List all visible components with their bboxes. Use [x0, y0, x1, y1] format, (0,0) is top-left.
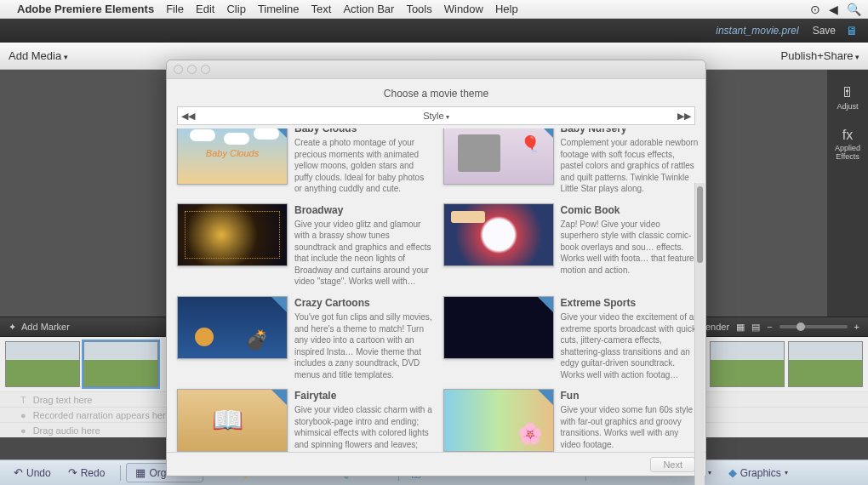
- undo-icon: ↶: [14, 466, 23, 479]
- theme-desc: Give your video some fun 60s style with …: [561, 404, 700, 450]
- undo-button[interactable]: ↶Undo: [7, 464, 58, 482]
- minimize-icon[interactable]: [187, 65, 197, 74]
- next-arrow-icon[interactable]: ▶▶: [677, 111, 691, 122]
- new-badge-icon: [271, 390, 287, 405]
- mac-menubar: Adobe Premiere Elements File Edit Clip T…: [0, 0, 868, 19]
- menu-text[interactable]: Text: [311, 3, 332, 15]
- spotlight-icon[interactable]: 🔍: [847, 3, 861, 16]
- zoom-slider[interactable]: [779, 325, 848, 328]
- new-badge-icon: [538, 128, 553, 138]
- dialog-titlebar[interactable]: [167, 60, 705, 79]
- theme-card-fairytale[interactable]: FairytaleGive your video classic charm w…: [177, 389, 433, 452]
- theme-thumb: [443, 203, 554, 266]
- menu-clip[interactable]: Clip: [226, 3, 245, 15]
- adjust-panel-button[interactable]: 🎚 Adjust: [837, 85, 858, 111]
- menu-edit[interactable]: Edit: [196, 3, 214, 15]
- theme-card-baby-clouds[interactable]: Baby Clouds Baby CloudsCreate a photo mo…: [177, 128, 433, 195]
- menu-tools[interactable]: Tools: [406, 3, 431, 15]
- theme-desc: Give your video classic charm with a sto…: [294, 404, 433, 452]
- movie-theme-dialog: Choose a movie theme ◀◀ Style ▶▶ Baby Cl…: [166, 60, 706, 476]
- dialog-body[interactable]: Baby Clouds Baby CloudsCreate a photo mo…: [167, 128, 705, 452]
- grid-icon: ▦: [135, 466, 146, 479]
- theme-thumb: [177, 296, 288, 359]
- graphics-icon: ◆: [728, 466, 737, 479]
- theme-card-baby-nursery[interactable]: Baby NurseryComplement your adorable new…: [443, 128, 700, 195]
- sliders-icon: 🎚: [841, 85, 854, 100]
- clip-thumb[interactable]: [788, 341, 863, 387]
- effects-panel-button[interactable]: fx Applied Effects: [827, 128, 868, 162]
- prev-arrow-icon[interactable]: ◀◀: [181, 111, 195, 122]
- side-panel: 🎚 Adjust fx Applied Effects: [827, 70, 868, 317]
- new-badge-icon: [271, 297, 287, 312]
- add-media-button[interactable]: Add Media: [9, 49, 68, 62]
- dialog-footer: Next: [167, 452, 705, 476]
- fx-icon: fx: [842, 128, 853, 143]
- theme-desc: Create a photo montage of your precious …: [294, 137, 433, 195]
- menu-file[interactable]: File: [166, 3, 184, 15]
- menu-window[interactable]: Window: [444, 3, 483, 15]
- graphics-button[interactable]: ◆Graphics▾: [722, 464, 795, 482]
- publish-share-button[interactable]: Publish+Share: [781, 49, 859, 62]
- theme-title: Fun: [561, 389, 700, 402]
- redo-icon: ↷: [68, 466, 77, 479]
- project-name: instant_movie.prel: [716, 25, 798, 37]
- dialog-scrollbar[interactable]: [694, 183, 705, 485]
- menubar-right: ⊙ ◀ 🔍: [810, 3, 861, 16]
- theme-thumb: [443, 128, 554, 185]
- zoom-out-icon[interactable]: −: [767, 322, 772, 332]
- close-icon[interactable]: [174, 65, 183, 74]
- menu-help[interactable]: Help: [495, 3, 518, 15]
- plus-icon: ✦: [9, 322, 16, 333]
- theme-thumb: [443, 296, 554, 359]
- theme-card-crazy-cartoons[interactable]: Crazy CartoonsYou've got fun clips and s…: [177, 296, 433, 380]
- theme-desc: Zap! Pow! Give your video superhero styl…: [561, 219, 700, 277]
- theme-title: Fairytale: [294, 389, 433, 402]
- theme-title: Baby Clouds: [294, 128, 433, 135]
- new-badge-icon: [271, 128, 287, 138]
- dialog-filter-bar: ◀◀ Style ▶▶: [177, 106, 695, 125]
- theme-desc: Give your video the excitement of an ext…: [561, 311, 700, 380]
- theme-title: Extreme Sports: [561, 296, 700, 310]
- redo-button[interactable]: ↷Redo: [61, 464, 112, 482]
- clip-thumb[interactable]: [5, 341, 80, 387]
- dialog-title: Choose a movie theme: [167, 79, 705, 106]
- theme-thumb: [177, 203, 288, 266]
- theme-card-extreme-sports[interactable]: Extreme SportsGive your video the excite…: [443, 296, 700, 380]
- zoom-in-icon[interactable]: +: [854, 322, 859, 332]
- app-name[interactable]: Adobe Premiere Elements: [17, 3, 154, 15]
- fullscreen-icon[interactable]: 🖥: [846, 24, 858, 37]
- theme-card-broadway[interactable]: BroadwayGive your video glitz and glamou…: [177, 203, 433, 288]
- style-dropdown[interactable]: Style: [423, 111, 449, 121]
- theme-card-comic-book[interactable]: Comic BookZap! Pow! Give your video supe…: [443, 203, 700, 288]
- add-marker-button[interactable]: Add Marker: [21, 322, 70, 332]
- adjust-label: Adjust: [837, 102, 858, 111]
- theme-title: Baby Nursery: [561, 128, 700, 135]
- view-icon-1[interactable]: ▦: [736, 322, 745, 333]
- clip-thumb[interactable]: [83, 341, 158, 387]
- theme-title: Comic Book: [561, 203, 700, 217]
- theme-card-fun[interactable]: FunGive your video some fun 60s style wi…: [443, 389, 700, 452]
- theme-thumb: Baby Clouds: [177, 128, 288, 185]
- app-titlebar: instant_movie.prel Save 🖥: [0, 19, 868, 43]
- next-button[interactable]: Next: [650, 457, 695, 472]
- new-badge-icon: [538, 390, 553, 405]
- menu-action-bar[interactable]: Action Bar: [343, 3, 394, 15]
- theme-thumb: [177, 389, 288, 452]
- volume-icon[interactable]: ◀: [829, 3, 838, 16]
- save-button[interactable]: Save: [813, 25, 836, 37]
- theme-title: Crazy Cartoons: [294, 296, 433, 310]
- clip-thumb[interactable]: [710, 341, 785, 387]
- zoom-icon[interactable]: [201, 65, 210, 74]
- theme-desc: Complement your adorable newborn footage…: [561, 137, 700, 195]
- view-icon-2[interactable]: ▤: [751, 322, 760, 333]
- theme-thumb: [443, 389, 554, 452]
- effects-label: Applied Effects: [827, 145, 868, 162]
- wifi-icon[interactable]: ⊙: [810, 3, 820, 16]
- menu-timeline[interactable]: Timeline: [258, 3, 300, 15]
- theme-title: Broadway: [294, 203, 433, 217]
- theme-desc: You've got fun clips and silly movies, a…: [294, 311, 433, 380]
- theme-desc: Give your video glitz and glamour with a…: [294, 219, 433, 288]
- new-badge-icon: [538, 297, 553, 312]
